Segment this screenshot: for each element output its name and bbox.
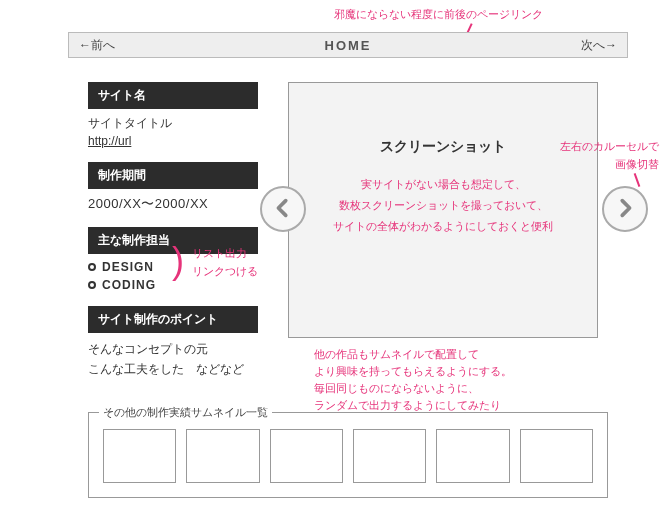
carousel-title: スクリーンショット (309, 138, 577, 156)
role-label: CODING (102, 278, 156, 292)
thumbnail-item[interactable] (353, 429, 426, 483)
heading-period: 制作期間 (88, 162, 258, 189)
thumbnails-title: その他の制作実績サムネイル一覧 (99, 405, 272, 420)
annotation-roles-1: リスト出力 (192, 245, 247, 263)
bullet-icon (88, 281, 96, 289)
thumbnail-item[interactable] (436, 429, 509, 483)
block-sitename: サイト名 サイトタイトル http://url (88, 82, 258, 148)
thumbnail-item[interactable] (270, 429, 343, 483)
arrow-left-icon (272, 197, 294, 222)
top-pagination-bar: ←前へ HOME 次へ→ (68, 32, 628, 58)
site-title-text: サイトタイトル (88, 115, 258, 132)
prev-page-link[interactable]: ←前へ (69, 37, 189, 54)
arrow-right-icon (614, 197, 636, 222)
brace-icon: ) (172, 243, 184, 279)
annotation-line (634, 173, 641, 187)
heading-points: サイト制作のポイント (88, 306, 258, 333)
annotation-topnav: 邪魔にならない程度に前後のページリンク (334, 6, 543, 24)
screenshot-carousel: スクリーンショット 実サイトがない場合も想定して、 数枚スクリーンショットを撮っ… (288, 82, 598, 338)
carousel-prev-button[interactable] (260, 186, 306, 232)
thumbnail-item[interactable] (520, 429, 593, 483)
annotation-roles-2: リンクつける (192, 263, 258, 281)
annotation-carousel: 左右のカルーセルで 画像切替 (560, 138, 659, 173)
period-value: 2000/XX〜2000/XX (88, 195, 258, 213)
points-text: そんなコンセプトの元 こんな工夫をした などなど (88, 339, 258, 380)
thumbnail-item[interactable] (186, 429, 259, 483)
site-url-link[interactable]: http://url (88, 134, 131, 148)
annotation-thumbs: 他の作品もサムネイルで配置して より興味を持ってもらえるようにする。 毎回同じも… (314, 346, 512, 414)
carousel-description: 実サイトがない場合も想定して、 数枚スクリーンショットを撮っておいて、 サイトの… (309, 174, 577, 237)
thumbnail-item[interactable] (103, 429, 176, 483)
home-link[interactable]: HOME (189, 38, 507, 53)
block-points: サイト制作のポイント そんなコンセプトの元 こんな工夫をした などなど (88, 306, 258, 380)
role-label: DESIGN (102, 260, 154, 274)
related-thumbnails-box: その他の制作実績サムネイル一覧 (88, 412, 608, 498)
carousel-next-button[interactable] (602, 186, 648, 232)
bullet-icon (88, 263, 96, 271)
detail-sidebar: サイト名 サイトタイトル http://url 制作期間 2000/XX〜200… (88, 82, 258, 394)
next-page-link[interactable]: 次へ→ (507, 37, 627, 54)
heading-sitename: サイト名 (88, 82, 258, 109)
block-period: 制作期間 2000/XX〜2000/XX (88, 162, 258, 213)
